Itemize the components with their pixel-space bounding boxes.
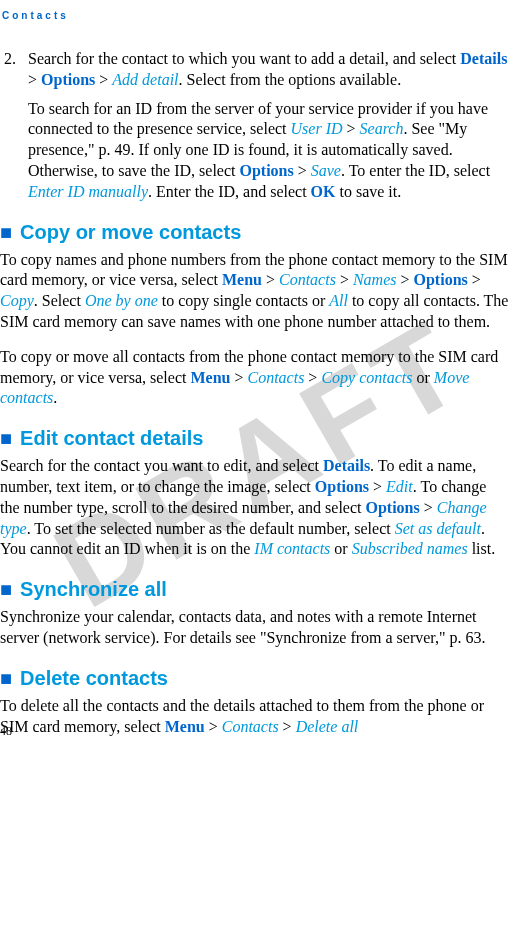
- section-title: Edit contact details: [20, 427, 203, 449]
- section-marker-icon: ■: [0, 221, 12, 243]
- section-marker-icon: ■: [0, 667, 12, 689]
- gt: >: [294, 162, 311, 179]
- subscribed-label: Subscribed names: [352, 540, 468, 557]
- step2-p2-e: to save it.: [335, 183, 401, 200]
- sec1-para1: To copy names and phone numbers from the…: [0, 250, 509, 333]
- details-label: Details: [323, 457, 370, 474]
- step2-text-b: . Select from the options available.: [179, 71, 402, 88]
- section-delete-heading: ■Delete contacts: [0, 667, 509, 690]
- page-number: 48: [0, 724, 12, 739]
- step2-p2-c: . To enter the ID, select: [341, 162, 490, 179]
- options-label: Options: [315, 478, 369, 495]
- menu-label: Menu: [222, 271, 262, 288]
- setdefault-label: Set as default: [395, 520, 481, 537]
- save-label: Save: [311, 162, 341, 179]
- section-edit-heading: ■Edit contact details: [0, 427, 509, 450]
- names-label: Names: [353, 271, 397, 288]
- options-label: Options: [365, 499, 419, 516]
- menu-label: Menu: [190, 369, 230, 386]
- step2-text-a: Search for the contact to which you want…: [28, 50, 460, 67]
- section-title: Delete contacts: [20, 667, 168, 689]
- options-label: Options: [414, 271, 468, 288]
- gt: >: [343, 120, 360, 137]
- sec2-para1: Search for the contact you want to edit,…: [0, 456, 509, 560]
- edit-label: Edit: [386, 478, 413, 495]
- contacts-label: Contacts: [247, 369, 304, 386]
- section-marker-icon: ■: [0, 427, 12, 449]
- section-title: Synchronize all: [20, 578, 167, 600]
- ok-label: OK: [311, 183, 336, 200]
- step-number: 2.: [4, 49, 28, 70]
- search-label: Search: [360, 120, 404, 137]
- add-detail-label: Add detail: [112, 71, 178, 88]
- contacts-label: Contacts: [279, 271, 336, 288]
- section-sync-heading: ■Synchronize all: [0, 578, 509, 601]
- imcontacts-label: IM contacts: [254, 540, 330, 557]
- deleteall-label: Delete all: [296, 718, 359, 735]
- step2-p2-d: . Enter the ID, and select: [148, 183, 311, 200]
- copy-label: Copy: [0, 292, 34, 309]
- contacts-label: Contacts: [222, 718, 279, 735]
- page-content: Contacts 2.Search for the contact to whi…: [0, 0, 519, 747]
- sec1-para2: To copy or move all contacts from the ph…: [0, 347, 509, 409]
- section-copy-move-heading: ■Copy or move contacts: [0, 221, 509, 244]
- enterid-label: Enter ID manually: [28, 183, 148, 200]
- sec3-para1: Synchronize your calendar, contacts data…: [0, 607, 509, 649]
- options-label: Options: [41, 71, 95, 88]
- userid-label: User ID: [291, 120, 343, 137]
- page-header: Contacts: [0, 10, 509, 21]
- onebyone-label: One by one: [85, 292, 158, 309]
- all-label: All: [329, 292, 348, 309]
- menu-label: Menu: [165, 718, 205, 735]
- copycontacts-label: Copy contacts: [321, 369, 412, 386]
- options-label: Options: [239, 162, 293, 179]
- gt: >: [95, 71, 112, 88]
- section-title: Copy or move contacts: [20, 221, 241, 243]
- section-marker-icon: ■: [0, 578, 12, 600]
- gt: >: [28, 71, 41, 88]
- step-2: 2.Search for the contact to which you wa…: [0, 49, 509, 203]
- sec4-para1: To delete all the contacts and the detai…: [0, 696, 509, 738]
- details-label: Details: [460, 50, 507, 67]
